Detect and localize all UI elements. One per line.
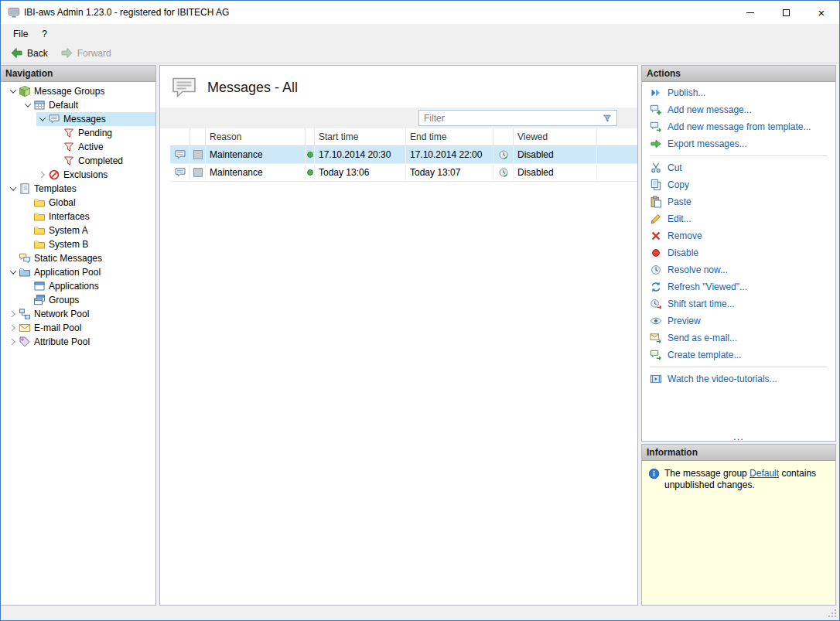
minimize-button[interactable]	[732, 1, 768, 24]
nav-item-default[interactable]: Default	[1, 98, 155, 112]
column-header-icon[interactable]	[306, 128, 315, 145]
close-button[interactable]	[804, 1, 839, 24]
app-icon	[8, 6, 20, 19]
action-remove[interactable]: Remove	[642, 227, 835, 244]
message-group-icon	[33, 99, 46, 111]
action-create-template[interactable]: Create template...	[642, 346, 835, 363]
nav-item-interfaces[interactable]: Interfaces	[1, 210, 155, 223]
action-resolve-now[interactable]: Resolve now...	[642, 261, 835, 278]
action-add-new-message-from-template[interactable]: Add new message from template...	[642, 118, 835, 135]
nav-item-static-messages[interactable]: Static Messages	[1, 251, 155, 265]
action-paste[interactable]: Paste	[642, 193, 835, 210]
action-disable[interactable]: Disable	[642, 244, 835, 261]
nav-item-pending[interactable]: Pending	[1, 126, 155, 140]
nav-item-groups[interactable]: Groups	[1, 293, 155, 307]
nav-item-active[interactable]: Active	[1, 140, 155, 154]
expander-expanded-icon[interactable]	[7, 89, 19, 94]
action-watch-the-video-tutorials[interactable]: Watch the video-tutorials...	[642, 370, 835, 387]
column-header-reason[interactable]: Reason	[206, 128, 306, 145]
applications-icon	[33, 280, 46, 292]
tree-item-content: System B	[22, 237, 155, 251]
nav-item-messages[interactable]: Messages	[1, 112, 155, 126]
info-icon	[648, 468, 660, 479]
tree-item-label: Message Groups	[34, 86, 104, 97]
tree-item-content: Message Groups	[7, 84, 155, 98]
nav-item-applications[interactable]: Applications	[1, 279, 155, 293]
application-pool-icon	[19, 266, 31, 278]
action-send-as-e-mail[interactable]: Send as e-mail...	[642, 329, 835, 346]
action-shift-start-time[interactable]: Shift start time...	[642, 295, 835, 312]
navigation-panel-header: Navigation	[1, 66, 155, 82]
action-add-new-message[interactable]: Add new message...	[642, 101, 835, 118]
remove-icon	[650, 230, 662, 242]
nav-item-application-pool[interactable]: Application Pool	[1, 265, 155, 279]
info-default-link[interactable]: Default	[750, 468, 779, 479]
tree-item-content: Completed	[51, 154, 155, 168]
menu-help[interactable]: ?	[35, 26, 54, 42]
action-preview[interactable]: Preview	[642, 312, 835, 329]
right-column: Actions Publish...Add new message...Add …	[641, 65, 836, 606]
maximize-icon	[783, 9, 790, 16]
nav-item-network-pool[interactable]: Network Pool	[1, 307, 155, 321]
folder-icon	[33, 210, 46, 223]
minimize-icon	[746, 12, 754, 13]
expander-expanded-icon[interactable]	[36, 117, 48, 121]
workspace: Navigation Message GroupsDefaultMessages…	[1, 63, 839, 606]
nav-item-e-mail-pool[interactable]: E-mail Pool	[1, 321, 155, 335]
action-edit[interactable]: Edit...	[642, 210, 835, 227]
tree-item-label: Completed	[78, 155, 123, 166]
action-label: Copy	[668, 179, 689, 190]
column-header-icon[interactable]	[493, 128, 514, 145]
nav-item-message-groups[interactable]: Message Groups	[1, 84, 155, 98]
viewed-clock-icon	[497, 148, 510, 161]
app-window: IBI-aws Admin 1.23.0 - registered for IB…	[0, 0, 840, 621]
nav-item-completed[interactable]: Completed	[1, 154, 155, 168]
action-label: Shift start time...	[668, 299, 735, 309]
actions-overflow-indicator[interactable]: ...	[642, 433, 835, 441]
action-copy[interactable]: Copy	[642, 176, 835, 193]
folder-icon	[33, 224, 46, 237]
expander-expanded-icon[interactable]	[7, 270, 19, 275]
maximize-button[interactable]	[768, 1, 804, 24]
send-email-icon	[650, 332, 662, 344]
table-row[interactable]: Maintenance17.10.2014 20:3017.10.2014 22…	[170, 146, 637, 164]
actions-separator	[650, 367, 828, 367]
column-header-start-time[interactable]: Start time	[315, 128, 406, 145]
nav-item-system-a[interactable]: System A	[1, 223, 155, 237]
expander-collapsed-icon[interactable]	[7, 326, 19, 330]
tree-item-label: Global	[49, 197, 76, 208]
nav-item-global[interactable]: Global	[1, 196, 155, 210]
messages-table: ReasonStart timeEnd timeViewed Maintenan…	[170, 128, 637, 182]
expander-expanded-icon[interactable]	[7, 186, 19, 191]
nav-item-exclusions[interactable]: Exclusions	[1, 168, 155, 182]
preview-icon	[650, 315, 662, 327]
column-header-viewed[interactable]: Viewed	[514, 128, 597, 145]
resize-grip-icon[interactable]	[828, 609, 837, 618]
action-cut[interactable]: Cut	[642, 159, 835, 176]
add-message-template-icon	[650, 121, 662, 133]
filter-pending-icon	[63, 127, 75, 139]
expander-collapsed-icon[interactable]	[36, 172, 48, 177]
nav-item-attribute-pool[interactable]: Attribute Pool	[1, 335, 155, 349]
back-button[interactable]: Back	[5, 45, 53, 61]
column-header-icon[interactable]	[190, 128, 206, 145]
action-export-messages[interactable]: Export messages...	[642, 135, 835, 152]
tree-indent	[1, 84, 7, 98]
action-label: Export messages...	[668, 138, 747, 149]
nav-item-system-b[interactable]: System B	[1, 237, 155, 251]
expander-collapsed-icon[interactable]	[7, 312, 19, 316]
column-header-end-time[interactable]: End time	[406, 128, 493, 145]
filter-input[interactable]	[419, 113, 602, 124]
action-refresh-viewed[interactable]: Refresh "Viewed"...	[642, 278, 835, 295]
action-publish[interactable]: Publish...	[642, 84, 835, 101]
forward-button[interactable]: Forward	[55, 45, 117, 61]
menu-file[interactable]: File	[6, 26, 35, 42]
column-header-icon[interactable]	[170, 128, 190, 145]
nav-item-templates[interactable]: Templates	[1, 182, 155, 196]
action-label: Remove	[668, 230, 702, 241]
expander-collapsed-icon[interactable]	[7, 340, 19, 344]
expander-expanded-icon[interactable]	[22, 103, 33, 107]
cell-screen-icon	[190, 164, 206, 181]
table-row[interactable]: MaintenanceToday 13:06Today 13:07Disable…	[170, 164, 637, 182]
filter-funnel-icon[interactable]	[602, 113, 613, 124]
